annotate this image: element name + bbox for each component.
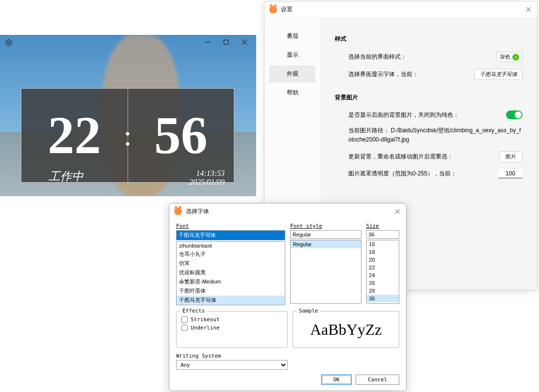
effects-group: Effects Strikeout Underline [176, 311, 288, 348]
close-icon[interactable] [393, 207, 401, 215]
font-dialog-title: 选择字体 [186, 207, 209, 216]
style-section-title: 样式 [335, 35, 523, 43]
list-item[interactable]: 余繁新语-Medium [177, 277, 285, 286]
style-selector[interactable]: 深色 ✓ [496, 52, 523, 62]
writing-system-select[interactable]: Any [176, 360, 288, 370]
list-item[interactable]: Regular [291, 240, 361, 248]
style-value: 深色 [500, 53, 510, 61]
sample-group: Sample AaBbYyZz [293, 311, 399, 348]
writing-system-label: Writing System [176, 353, 399, 359]
list-item[interactable]: 仿宋 [177, 259, 285, 268]
list-item[interactable]: 24 [367, 271, 399, 279]
effects-label: Effects [180, 308, 207, 314]
nav-appearance[interactable]: 外观 [269, 65, 315, 82]
list-item[interactable]: 26 [367, 279, 399, 287]
list-item[interactable]: 28 [367, 287, 399, 295]
time-label: 14:13:53 [189, 169, 225, 178]
app-icon [269, 6, 277, 14]
check-icon: ✓ [512, 54, 519, 61]
font-dialog: 选择字体 Font 千图马克手写体 zihunbiantaoti 仓耳小丸子 仿… [169, 203, 407, 391]
svg-rect-3 [224, 40, 229, 45]
svg-marker-0 [6, 39, 12, 46]
font-dialog-titlebar: 选择字体 [169, 204, 406, 219]
datetime-display: 14:13:53 2025/01/09 [189, 169, 225, 187]
bg-section-title: 背景图片 [335, 94, 523, 102]
timer-titlebar [0, 35, 256, 49]
font-selector[interactable]: 千图马克手写体 [474, 69, 523, 80]
app-icon [174, 207, 182, 215]
list-item[interactable]: 18 [367, 248, 399, 256]
timer-window: 22 : 56 工作中 14:13:53 2025/01/09 [0, 35, 256, 196]
style-list[interactable]: Regular [290, 240, 361, 304]
font-size-input[interactable]: 36 [366, 230, 399, 239]
style-label: 选择当前的界面样式： [348, 53, 407, 61]
font-name-input[interactable]: 千图马克手写体 [176, 230, 285, 240]
minimize-button[interactable] [198, 35, 217, 49]
list-item[interactable]: 千图纤墨体 [177, 286, 285, 296]
bg-opacity-label: 图片遮罩透明度（范围为0-255），当前： [348, 170, 457, 178]
nav-pomodoro[interactable]: 番茄 [269, 28, 315, 45]
list-item[interactable]: zihunbiantaoti [177, 242, 285, 250]
font-list[interactable]: zihunbiantaoti 仓耳小丸子 仿宋 优设标题黑 余繁新语-Mediu… [176, 241, 285, 305]
bg-image-button[interactable]: 图片 [499, 151, 523, 162]
list-item[interactable]: 36 [367, 295, 399, 302]
close-icon[interactable] [524, 5, 532, 13]
sample-label: Sample [297, 308, 320, 314]
bg-path-text: 当前图片路径： D:/BaiduSyncdisk/壁纸/climbing_a_s… [335, 126, 523, 144]
list-item[interactable]: 仓耳小丸子 [177, 250, 285, 259]
close-button[interactable] [235, 35, 254, 49]
list-item[interactable]: 20 [367, 256, 399, 264]
svg-point-1 [8, 42, 10, 44]
list-item[interactable]: 16 [367, 240, 399, 248]
underline-checkbox[interactable] [181, 325, 188, 331]
settings-title: 设置 [281, 5, 293, 14]
cancel-button[interactable]: Cancel [356, 375, 399, 385]
font-label: 选择界面显示字体，当前： [348, 70, 418, 78]
clock-minutes: 56 [128, 89, 234, 182]
maximize-button[interactable] [217, 35, 235, 49]
bg-toggle[interactable] [506, 110, 523, 119]
font-style-input[interactable]: Regular [290, 230, 361, 239]
bg-toggle-label: 是否显示后面的背景图片，关闭则为纯色： [348, 111, 459, 119]
bg-update-label: 更新背景，重命名或移动图片后需重选： [348, 153, 453, 161]
date-label: 2025/01/09 [189, 178, 225, 187]
size-column-label: Size [366, 223, 399, 229]
underline-label: Underline [191, 325, 220, 331]
strikeout-label: Strikeout [191, 316, 220, 323]
list-item[interactable]: 22 [367, 264, 399, 271]
list-item[interactable]: 千图马克手写体 [177, 296, 285, 305]
strikeout-checkbox[interactable] [181, 316, 188, 323]
list-item[interactable]: 优设标题黑 [177, 268, 285, 277]
bg-path-label: 当前图片路径： [348, 127, 389, 134]
ok-button[interactable]: OK [321, 375, 352, 385]
style-column-label: Font style [290, 223, 361, 229]
sample-text: AaBbYyZz [310, 321, 382, 339]
settings-titlebar: 设置 [264, 1, 537, 18]
settings-icon[interactable] [5, 39, 13, 47]
font-column-label: Font [176, 223, 285, 229]
nav-display[interactable]: 显示 [269, 47, 315, 63]
bg-opacity-input[interactable]: 100 [498, 169, 523, 178]
size-list[interactable]: 16 18 20 22 24 26 28 36 [366, 240, 399, 304]
nav-help[interactable]: 帮助 [269, 84, 315, 101]
status-label: 工作中 [49, 169, 83, 184]
